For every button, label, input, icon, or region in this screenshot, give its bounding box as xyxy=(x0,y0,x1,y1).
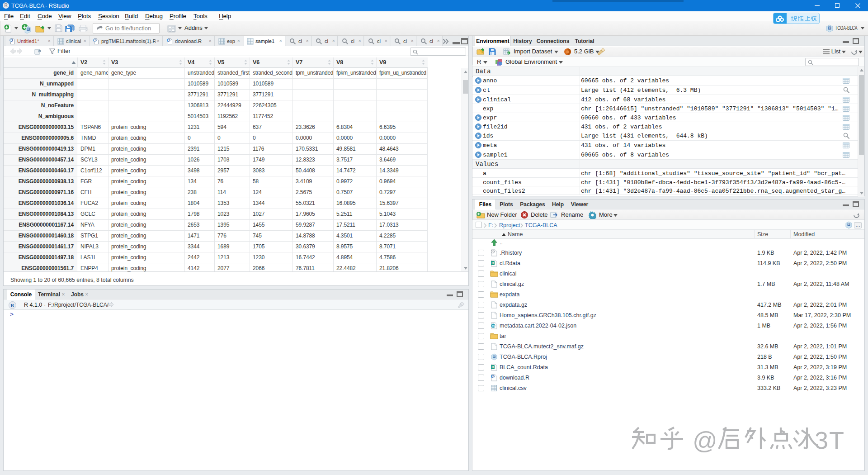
svg-text:R: R xyxy=(11,303,15,308)
svg-text:R: R xyxy=(167,38,170,43)
svg-text:R: R xyxy=(829,27,831,29)
svg-text:R: R xyxy=(94,38,96,43)
svg-text:R: R xyxy=(491,366,494,369)
svg-text:R: R xyxy=(10,38,13,43)
svg-text:R: R xyxy=(848,223,850,226)
svg-text:3T: 3T xyxy=(815,427,845,454)
svg-text:JS: JS xyxy=(492,325,495,328)
svg-text:R: R xyxy=(27,28,29,31)
svg-text:R: R xyxy=(491,375,494,379)
svg-text:R: R xyxy=(493,355,495,358)
svg-text:@: @ xyxy=(693,427,718,454)
svg-text:R: R xyxy=(491,261,494,265)
